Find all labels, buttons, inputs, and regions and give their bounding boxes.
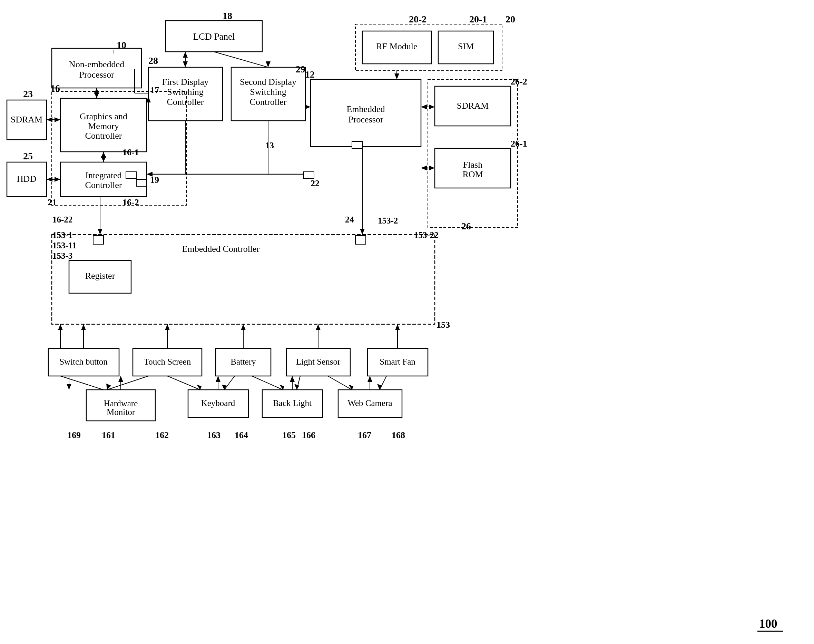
svg-text:25: 25 — [23, 151, 33, 161]
svg-text:24: 24 — [345, 215, 354, 225]
svg-text:Touch Screen: Touch Screen — [144, 357, 191, 366]
svg-text:153: 153 — [436, 320, 450, 330]
svg-text:20: 20 — [505, 14, 515, 25]
svg-text:16-1: 16-1 — [123, 147, 139, 157]
svg-text:HDD: HDD — [17, 174, 36, 184]
svg-text:Controller: Controller — [85, 131, 122, 141]
svg-text:SDRAM: SDRAM — [457, 101, 488, 111]
svg-text:163: 163 — [207, 430, 221, 440]
svg-text:RF Module: RF Module — [376, 41, 417, 51]
svg-text:Switch button: Switch button — [59, 357, 108, 366]
svg-text:23: 23 — [23, 89, 33, 99]
svg-text:26-2: 26-2 — [511, 77, 527, 87]
svg-text:ROM: ROM — [462, 169, 483, 179]
svg-text:SDRAM: SDRAM — [11, 115, 43, 124]
svg-text:16-22: 16-22 — [52, 215, 72, 224]
svg-text:17: 17 — [150, 85, 159, 95]
svg-text:28: 28 — [148, 55, 158, 66]
svg-text:166: 166 — [302, 430, 315, 440]
svg-text:Monitor: Monitor — [107, 407, 135, 417]
svg-text:Embedded Controller: Embedded Controller — [182, 244, 260, 254]
diagram-svg: LCD Panel Non-embedded Processor First D… — [0, 0, 814, 644]
svg-text:18: 18 — [223, 10, 232, 21]
svg-text:13: 13 — [265, 140, 274, 150]
svg-text:Graphics and: Graphics and — [80, 111, 127, 121]
svg-text:100: 100 — [759, 617, 777, 630]
svg-text:22: 22 — [310, 178, 319, 189]
svg-text:153-3: 153-3 — [52, 251, 72, 261]
svg-text:164: 164 — [235, 430, 248, 440]
svg-text:LCD Panel: LCD Panel — [193, 31, 235, 42]
svg-text:Hardware: Hardware — [104, 399, 138, 408]
svg-rect-103 — [136, 179, 147, 186]
svg-text:161: 161 — [102, 430, 115, 440]
svg-text:20-2: 20-2 — [409, 14, 427, 25]
svg-text:16: 16 — [51, 83, 60, 94]
svg-text:Non-embedded: Non-embedded — [69, 59, 124, 69]
svg-text:Memory: Memory — [88, 121, 119, 131]
svg-text:Controller: Controller — [167, 97, 204, 107]
svg-rect-106 — [93, 236, 103, 244]
svg-text:169: 169 — [67, 430, 81, 440]
svg-text:Processor: Processor — [348, 115, 383, 124]
svg-text:Back Light: Back Light — [273, 399, 312, 408]
svg-text:Switching: Switching — [250, 87, 286, 97]
svg-text:153-2: 153-2 — [378, 216, 398, 225]
svg-text:Keyboard: Keyboard — [201, 399, 235, 408]
svg-text:19: 19 — [150, 175, 159, 185]
svg-rect-107 — [355, 236, 366, 244]
svg-text:26-1: 26-1 — [511, 139, 527, 149]
svg-rect-104 — [304, 172, 314, 179]
svg-text:10: 10 — [117, 40, 126, 51]
svg-text:168: 168 — [392, 430, 405, 440]
svg-text:153-1: 153-1 — [52, 230, 72, 240]
svg-text:Controller: Controller — [250, 97, 287, 107]
svg-text:Integrated: Integrated — [85, 170, 121, 180]
svg-text:Web Camera: Web Camera — [347, 399, 392, 408]
svg-text:Second Display: Second Display — [240, 77, 296, 87]
svg-text:162: 162 — [155, 430, 169, 440]
svg-text:153-22: 153-22 — [414, 230, 439, 240]
svg-text:Switching: Switching — [167, 87, 203, 97]
svg-rect-105 — [352, 141, 362, 148]
svg-rect-102 — [126, 172, 136, 179]
svg-text:Processor: Processor — [79, 70, 114, 80]
svg-text:Embedded: Embedded — [346, 104, 385, 114]
svg-text:16-2: 16-2 — [123, 197, 139, 207]
svg-text:29: 29 — [296, 64, 306, 75]
svg-text:First Display: First Display — [162, 77, 209, 87]
svg-text:Battery: Battery — [230, 357, 256, 366]
svg-text:SIM: SIM — [458, 41, 474, 51]
svg-text:Smart Fan: Smart Fan — [379, 357, 415, 366]
svg-text:21: 21 — [48, 197, 57, 207]
svg-text:Flash: Flash — [463, 160, 482, 170]
svg-text:20-1: 20-1 — [469, 14, 487, 25]
svg-text:167: 167 — [358, 430, 371, 440]
diagram-container: LCD Panel Non-embedded Processor First D… — [0, 0, 814, 644]
svg-text:Register: Register — [85, 271, 115, 281]
svg-text:Controller: Controller — [85, 180, 122, 190]
svg-text:Light Sensor: Light Sensor — [296, 357, 341, 366]
svg-text:153-11: 153-11 — [52, 241, 76, 250]
svg-text:26: 26 — [461, 221, 471, 232]
svg-text:165: 165 — [282, 430, 296, 440]
svg-text:12: 12 — [305, 69, 315, 80]
